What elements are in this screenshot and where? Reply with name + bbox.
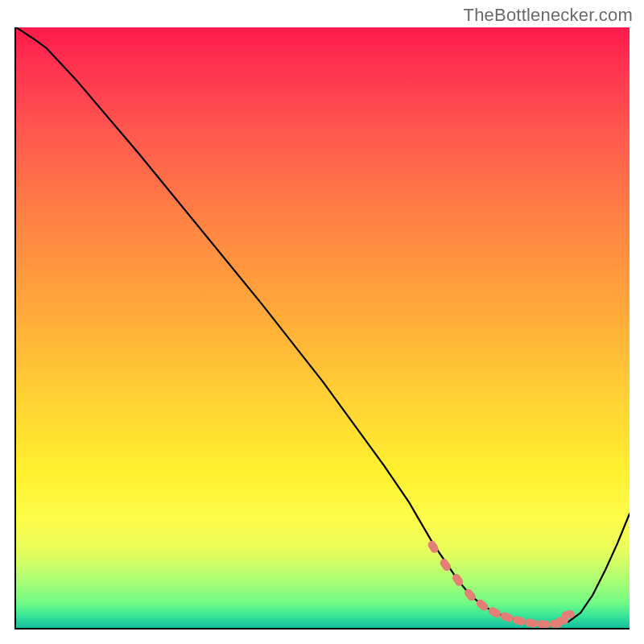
highlight-marker — [537, 620, 551, 628]
curve-svg — [16, 27, 630, 628]
highlight-marker — [499, 611, 514, 623]
highlight-marker — [512, 615, 526, 626]
highlight-marker — [487, 605, 502, 619]
chart-container: TheBottlenecker.com — [0, 0, 644, 644]
attribution-text: TheBottlenecker.com — [464, 5, 633, 26]
bottleneck-curve-path — [16, 27, 630, 625]
highlight-marker — [524, 618, 539, 628]
plot-area — [14, 27, 630, 630]
